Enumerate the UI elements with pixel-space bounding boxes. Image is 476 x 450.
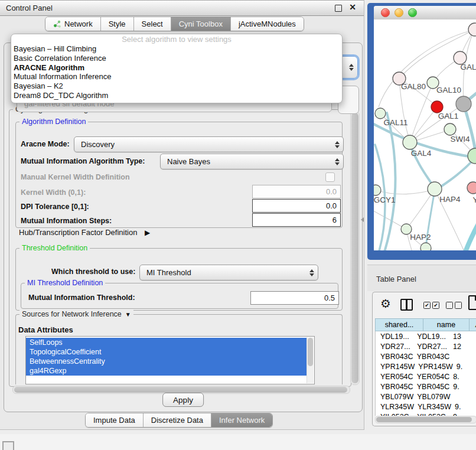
table-cell: YBR043C — [376, 353, 413, 361]
aracne-mode-label: Aracne Mode: — [21, 140, 70, 148]
column-view-icon[interactable] — [400, 299, 413, 311]
network-node[interactable] — [431, 101, 443, 113]
node-label: GAL10 — [436, 86, 461, 94]
attribute-item[interactable]: SelfLoops — [26, 338, 307, 347]
tab-select[interactable]: Select — [133, 17, 171, 31]
unchecked-box-icon[interactable] — [455, 302, 462, 309]
tab-label: Cyni Toolbox — [179, 19, 223, 28]
algorithm-dropdown-popup: Select algorithm to view settings Bayesi… — [11, 34, 343, 103]
tab-style[interactable]: Style — [100, 17, 133, 31]
control-panel-title: Control Panel — [6, 4, 53, 12]
table-row[interactable]: YBR043CYBR043C — [376, 351, 476, 361]
table-row[interactable]: YPR145WYPR145W9. — [376, 361, 476, 371]
table-cell: YBR045C — [413, 383, 450, 391]
network-node[interactable] — [375, 108, 386, 119]
table-row[interactable]: YDL19...YDL19...13 — [376, 331, 476, 341]
algorithm-option[interactable]: Basic Correlation Inference — [11, 54, 342, 63]
table-row[interactable]: YER054CYER054C8. — [376, 371, 476, 381]
manual-kernel-checkbox[interactable] — [325, 172, 335, 182]
checked-box-icon[interactable]: ✔ — [423, 302, 431, 309]
gear-icon[interactable]: ⚙ — [380, 296, 391, 311]
splitter-handle-icon[interactable] — [361, 217, 364, 222]
network-node[interactable] — [403, 135, 417, 149]
table-cell: YBL079W — [413, 393, 450, 401]
kernel-width-field[interactable]: 0.0 — [252, 185, 341, 198]
file-icon[interactable] — [468, 295, 476, 310]
network-node[interactable] — [444, 123, 456, 135]
table-horizontal-scrollbar[interactable] — [375, 416, 476, 423]
attribute-item[interactable]: BetweennessCentrality — [26, 357, 307, 366]
minimized-panel-icon[interactable] — [2, 441, 14, 450]
data-attributes-list[interactable]: SelfLoopsTopologicalCoefficientBetweenne… — [25, 336, 315, 384]
hub-definition-toggle[interactable]: Hub/Transcription Factor Definition ▶ — [19, 228, 150, 237]
algorithm-option[interactable]: Bayesian – K2 — [11, 81, 342, 91]
mi-threshold-label: Mutual Information Threshold: — [28, 294, 135, 302]
network-edge[interactable] — [462, 213, 476, 250]
mi-algorithm-type-select[interactable]: Naive Bayes — [160, 154, 344, 169]
network-node[interactable] — [420, 243, 431, 250]
settings-vertical-scrollbar[interactable] — [350, 111, 360, 385]
network-view-window: GALGAL80GAL10GAL11GAL1GAL4SWI4HAP4YGCY1H… — [367, 3, 476, 260]
tab-discretize-data[interactable]: Discretize Data — [143, 413, 211, 427]
network-node[interactable] — [428, 182, 442, 196]
tab-jactivemnodules[interactable]: jActiveMNodules — [230, 17, 304, 31]
close-icon[interactable]: ✕ — [349, 2, 356, 12]
tab-infer-network[interactable]: Infer Network — [211, 413, 272, 427]
network-window-titlebar[interactable] — [374, 6, 476, 20]
tab-network[interactable]: Network — [45, 17, 100, 31]
network-node[interactable] — [374, 185, 381, 195]
which-threshold-label: Which threshold to use: — [51, 268, 135, 276]
network-canvas[interactable]: GALGAL80GAL10GAL11GAL1GAL4SWI4HAP4YGCY1H… — [374, 19, 476, 250]
zoom-traffic-light[interactable] — [408, 8, 417, 17]
which-threshold-value: MI Threshold — [146, 268, 191, 277]
table-cell: YDR27... — [413, 343, 449, 351]
tab-cyni-toolbox[interactable]: Cyni Toolbox — [171, 17, 230, 31]
network-node[interactable] — [467, 182, 476, 194]
algorithm-option[interactable]: Dream8 DC_TDC Algorithm — [11, 91, 342, 100]
table-cell: YDR27... — [376, 343, 413, 351]
sources-group: Sources for Network Inference▼ Data Attr… — [15, 314, 343, 384]
table-row[interactable]: YBR045CYBR045C9. — [376, 381, 476, 392]
column-header[interactable]: shared... — [375, 318, 423, 331]
checked-box-icon[interactable]: ✔ — [432, 302, 439, 309]
node-label: GCY1 — [374, 195, 395, 204]
algorithm-option[interactable]: Bayesian – Hill Climbing — [11, 44, 342, 54]
table-row[interactable]: YDR27...YDR27...12 — [376, 341, 476, 351]
table-rows: YDL19...YDL19...13YDR27...YDR27...12YBR0… — [375, 331, 476, 416]
network-node[interactable] — [468, 148, 476, 164]
algorithm-option[interactable]: ARACNE Algorithm — [11, 63, 342, 73]
apply-button[interactable]: Apply — [162, 393, 204, 407]
node-label: SWI4 — [450, 135, 470, 144]
mi-steps-field[interactable]: 6 — [252, 213, 341, 227]
control-panel-titlebar[interactable]: Control Panel ✕ — [0, 0, 364, 16]
tab-impute-data[interactable]: Impute Data — [86, 413, 143, 427]
stepper-arrows-icon — [309, 269, 314, 276]
attribute-item[interactable]: gal4RGexp — [26, 366, 307, 376]
group-title: Sources for Network Inference▼ — [19, 310, 133, 318]
network-node[interactable] — [468, 23, 476, 36]
attribute-item[interactable]: TopologicalCoefficient — [26, 347, 307, 357]
column-header[interactable]: name — [423, 318, 470, 331]
network-node[interactable] — [456, 96, 471, 112]
collapse-right-icon[interactable]: ▶ — [145, 229, 150, 237]
table-row[interactable]: YBL079WYBL079W — [376, 392, 476, 402]
column-header[interactable]: A — [470, 318, 476, 331]
list-scrollbar[interactable] — [307, 337, 314, 383]
dpi-tolerance-field[interactable]: 0.0 — [252, 199, 341, 213]
table-row[interactable]: YIL052CYIL052C9. — [376, 412, 476, 416]
close-traffic-light[interactable] — [381, 8, 390, 17]
collapse-down-icon[interactable]: ▼ — [125, 311, 131, 318]
float-window-icon[interactable] — [335, 5, 342, 12]
algorithm-option[interactable]: Mutual Information Inference — [11, 72, 342, 81]
network-graph: GALGAL80GAL10GAL11GAL1GAL4SWI4HAP4YGCY1H… — [374, 19, 476, 250]
aracne-mode-select[interactable]: Discovery — [74, 136, 344, 152]
unchecked-box-icon[interactable] — [446, 302, 453, 309]
which-threshold-select[interactable]: MI Threshold — [139, 265, 318, 281]
node-label: GAL — [460, 63, 476, 71]
node-label: GAL4 — [411, 149, 432, 158]
mi-threshold-field[interactable]: 0.5 — [250, 291, 339, 305]
table-cell: 9. — [453, 363, 476, 371]
group-title: MI Threshold Definition — [25, 279, 105, 287]
minimize-traffic-light[interactable] — [395, 8, 403, 17]
table-row[interactable]: YLR345WYLR345W9. — [376, 402, 476, 412]
